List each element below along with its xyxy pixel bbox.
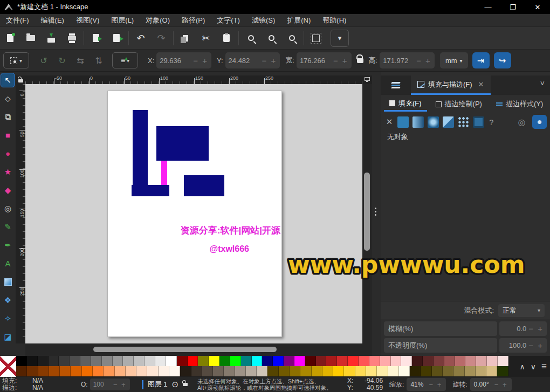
palette-swatch[interactable] <box>155 356 166 366</box>
flat-color-button[interactable] <box>397 116 409 128</box>
canvas[interactable]: 资源分享:软件|网站|开源 @txwl666 <box>25 84 362 343</box>
y-spinner[interactable]: − + <box>262 56 277 65</box>
tab-stroke-style[interactable]: 描边样式(Y) <box>491 97 548 112</box>
menu-item-6[interactable]: 文字(T) <box>211 14 246 27</box>
palette-swatch[interactable] <box>476 366 486 376</box>
zoom-page-button[interactable] <box>281 29 302 47</box>
unit-dropdown[interactable]: mm ▾ <box>440 52 468 68</box>
artwork-vertical-bar[interactable] <box>133 110 148 187</box>
palette-swatch[interactable] <box>219 356 230 366</box>
tab-fill[interactable]: 填充(F) <box>384 97 427 112</box>
minimize-button[interactable]: — <box>476 0 500 14</box>
palette-swatch[interactable] <box>262 356 273 366</box>
palette-swatch[interactable] <box>423 356 434 366</box>
scale-stroke-toggle[interactable]: ⇥ <box>472 52 490 68</box>
palette-swatch[interactable] <box>465 366 476 376</box>
fill-rule-evenodd-button[interactable]: ◎ <box>514 115 529 129</box>
menu-item-3[interactable]: 图层(L) <box>105 14 140 27</box>
x-field[interactable]: 29.636 − + <box>156 52 211 68</box>
palette-swatch[interactable] <box>169 366 180 376</box>
selector-tool[interactable]: ↖ <box>1 73 15 87</box>
palette-swatch[interactable] <box>290 366 300 376</box>
swatch-button[interactable] <box>473 116 484 128</box>
palette-swatch[interactable] <box>166 356 177 366</box>
palette-swatch[interactable] <box>359 356 369 366</box>
palette-swatch[interactable] <box>252 356 263 366</box>
palette-swatch[interactable] <box>369 356 380 366</box>
opacity-slider[interactable]: 不透明度(%) <box>384 338 497 353</box>
zoom-field[interactable]: 41% − + <box>407 378 446 391</box>
palette-swatch[interactable] <box>59 356 70 366</box>
palette-swatch[interactable] <box>145 356 155 366</box>
linear-gradient-button[interactable] <box>412 116 424 128</box>
rotate-ccw-button[interactable]: ↺ <box>37 56 51 66</box>
pencil-tool[interactable]: ✎ <box>1 220 15 233</box>
menu-item-9[interactable]: 帮助(H) <box>317 14 352 27</box>
artwork-magenta-strip[interactable] <box>161 160 167 185</box>
calligraphy-tool[interactable]: ✒ <box>1 238 15 252</box>
palette-swatch[interactable] <box>246 366 257 376</box>
undo-button[interactable]: ↶ <box>130 29 151 47</box>
zoom-spinner[interactable]: − + <box>429 381 442 389</box>
mesh-gradient-button[interactable] <box>443 116 454 128</box>
blur-field[interactable]: 0.0 − + <box>499 321 547 336</box>
palette-swatch[interactable] <box>401 356 412 366</box>
palette-swatch[interactable] <box>443 366 453 376</box>
raise-lower-dropdown[interactable]: ≡ ▾ <box>112 52 138 68</box>
blur-slider[interactable]: 模糊(%) <box>384 321 497 336</box>
palette-swatch[interactable] <box>498 356 508 366</box>
palette-swatch[interactable] <box>377 366 388 376</box>
menu-item-7[interactable]: 滤镜(S) <box>246 14 281 27</box>
palette-swatch[interactable] <box>235 366 246 376</box>
paste-button[interactable] <box>216 29 237 47</box>
spiral-tool[interactable]: ◎ <box>1 202 15 215</box>
palette-swatch[interactable] <box>80 356 91 366</box>
height-field[interactable]: 171.972 − + <box>380 52 435 68</box>
tab-stroke-paint[interactable]: 描边绘制(P) <box>430 97 487 112</box>
palette-swatch[interactable] <box>257 366 267 376</box>
menu-item-5[interactable]: 路径(P) <box>176 14 211 27</box>
horizontal-scroll-handle[interactable] <box>93 347 277 352</box>
redo-button[interactable]: ↷ <box>151 29 171 47</box>
rotation-field[interactable]: 0.00° − + <box>470 378 512 391</box>
palette-swatch[interactable] <box>348 356 359 366</box>
palette-swatch[interactable] <box>27 366 38 376</box>
unknown-paint-button[interactable]: ? <box>489 118 493 127</box>
palette-swatch[interactable] <box>337 356 348 366</box>
rotation-spinner[interactable]: − + <box>494 381 508 389</box>
palette-swatch[interactable] <box>497 366 508 376</box>
palette-swatch[interactable] <box>27 356 38 366</box>
import-button[interactable] <box>86 29 106 47</box>
palette-swatch[interactable] <box>333 366 344 376</box>
artwork-low-right-rect[interactable] <box>184 175 224 196</box>
palette-swatch[interactable] <box>49 356 59 366</box>
zoom-selection-button[interactable] <box>261 29 281 47</box>
box3d-tool[interactable]: ◆ <box>1 183 15 197</box>
mesh-tool[interactable]: ❖ <box>1 293 15 307</box>
cut-button[interactable]: ✂ <box>196 29 216 47</box>
gradient-tool[interactable] <box>1 275 15 288</box>
dock-collapse-chevron-icon[interactable]: ˅ <box>540 79 545 88</box>
vertical-ruler[interactable]: 050100150200250 <box>16 84 25 343</box>
palette-swatch[interactable] <box>16 366 27 376</box>
node-tool[interactable]: ⬦ <box>1 92 15 105</box>
width-spinner[interactable]: − + <box>333 56 348 65</box>
palette-swatch[interactable] <box>453 366 464 376</box>
eraser-tool[interactable]: ◪ <box>1 330 15 343</box>
palette-menu-icon[interactable]: ≡ <box>541 361 547 372</box>
display-mode-corner[interactable] <box>362 75 372 84</box>
palette-no-color-swatch[interactable] <box>0 356 16 377</box>
palette-swatch[interactable] <box>38 356 49 366</box>
palette-swatch[interactable] <box>104 366 114 376</box>
export-button[interactable] <box>106 29 127 47</box>
rotate-cw-button[interactable]: ↻ <box>55 56 69 66</box>
dock-splitter[interactable] <box>372 72 381 356</box>
zoom-drawing-button[interactable] <box>240 29 261 47</box>
palette-swatch[interactable] <box>159 366 169 376</box>
palette-swatch[interactable] <box>444 356 455 366</box>
palette-swatch[interactable] <box>241 356 252 366</box>
palette-swatch[interactable] <box>412 356 423 366</box>
palette-swatch[interactable] <box>16 356 27 366</box>
rectangle-tool[interactable]: ■ <box>1 128 15 142</box>
palette-swatch[interactable] <box>305 356 316 366</box>
